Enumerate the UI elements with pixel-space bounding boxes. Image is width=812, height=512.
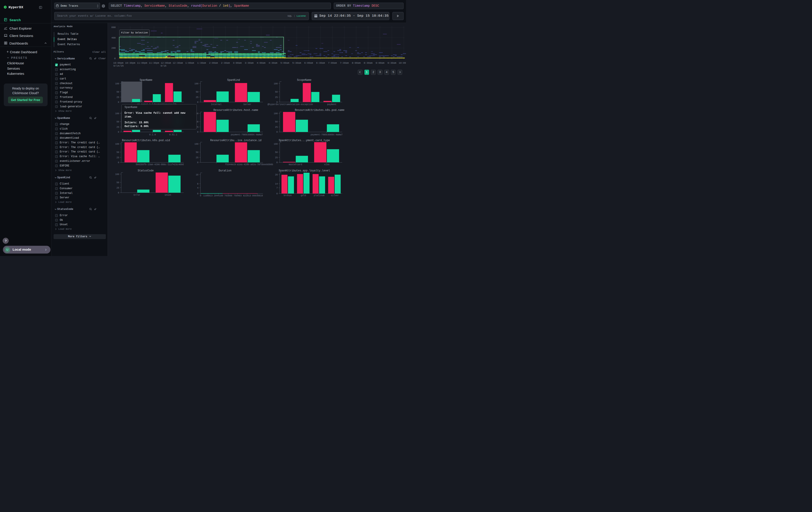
svg-text:5e02b5fb-13ae-4296-bbbc-111f42: 5e02b5fb-13ae-4296-bbbc-111f423c460d [136, 163, 184, 166]
svg-text:0: 0 [277, 193, 278, 195]
svg-text:0: 0 [118, 161, 119, 164]
svg-text:@hyperdx/instrumentation-excep: @hyperdx/instrumentation-exception [268, 103, 313, 106]
svg-text:12:00am: 12:00am [161, 62, 171, 64]
svg-text:50: 50 [275, 91, 278, 93]
svg-text:StatusCode: StatusCode [138, 169, 154, 172]
svg-text:9/14/25: 9/14/25 [113, 64, 124, 67]
svg-text:600: 600 [111, 26, 116, 29]
svg-text:SpanAttributes...yment.card_ty: SpanAttributes...yment.card_type [279, 139, 330, 142]
svg-text:2944180: 2944180 [214, 194, 223, 197]
svg-text:payment-7985c8969c-mwmw7: payment-7985c8969c-mwmw7 [311, 134, 343, 136]
svg-text:mastercard: mastercard [289, 163, 302, 166]
svg-text:1:30am: 1:30am [197, 62, 206, 64]
svg-text:50: 50 [275, 120, 278, 123]
svg-text:50: 50 [196, 151, 198, 154]
svg-text:100: 100 [274, 112, 278, 115]
svg-text:25: 25 [196, 157, 198, 159]
svg-text:100: 100 [115, 112, 119, 115]
svg-text:f5344ec9-a1ea-4290-a62a-78f5be: f5344ec9-a1ea-4290-a62a-78f5bee8d90b [225, 163, 273, 166]
svg-text:Duration: Duration [219, 169, 231, 172]
svg-text:100: 100 [194, 83, 198, 85]
svg-text:ResourceAttribu..ice.instance.: ResourceAttribu..ice.instance.id [210, 139, 261, 142]
svg-text:5:00am: 5:00am [280, 62, 289, 64]
svg-text:0: 0 [197, 193, 198, 195]
svg-text:9:30am: 9:30am [387, 62, 397, 64]
svg-text:0: 0 [197, 131, 198, 133]
svg-text:9/15: 9/15 [161, 64, 166, 67]
svg-text:bronze: bronze [284, 194, 292, 197]
svg-text:10:30pm: 10:30pm [125, 62, 136, 64]
svg-text:100: 100 [274, 83, 278, 85]
svg-text:Unset: Unset [165, 194, 171, 196]
svg-text:platinum: platinum [314, 194, 324, 197]
svg-text:50: 50 [117, 151, 119, 154]
svg-text:0: 0 [118, 192, 119, 194]
svg-text:0.51.1: 0.51.1 [169, 134, 177, 136]
svg-text:gold: gold [300, 194, 306, 197]
svg-text:Error: Error [134, 194, 140, 196]
svg-text:400: 400 [111, 36, 116, 39]
svg-text:9:00am: 9:00am [376, 62, 384, 64]
svg-text:2:00am: 2:00am [209, 62, 218, 64]
svg-text:100: 100 [115, 83, 119, 85]
svg-text:16: 16 [196, 173, 198, 176]
svg-text:100: 100 [115, 143, 119, 145]
svg-text:200: 200 [111, 47, 116, 49]
svg-text:11:00pm: 11:00pm [137, 62, 147, 64]
svg-text:0: 0 [277, 131, 278, 133]
svg-text:1:00am: 1:00am [185, 62, 194, 64]
svg-text:5:30am: 5:30am [292, 62, 301, 64]
svg-text:6:30am: 6:30am [316, 62, 325, 64]
svg-text:10:00am: 10:00am [399, 62, 406, 64]
svg-text:50: 50 [196, 91, 198, 93]
svg-text:11:30pm: 11:30pm [149, 62, 159, 64]
svg-text:ResourceAttributes.host.name: ResourceAttributes.host.name [213, 109, 258, 112]
svg-text:7:30am: 7:30am [340, 62, 349, 64]
svg-text:0.1.0: 0.1.0 [149, 134, 156, 136]
svg-text:payment-7985c8969c-mwmw7: payment-7985c8969c-mwmw7 [231, 134, 263, 136]
svg-text:703098: 703098 [224, 194, 232, 197]
svg-text:2:30am: 2:30am [221, 62, 230, 64]
svg-text:0: 0 [114, 57, 116, 60]
svg-text:14: 14 [275, 183, 278, 185]
svg-text:Server: Server [243, 103, 251, 106]
svg-text:50: 50 [117, 120, 119, 123]
svg-text:payment: payment [327, 103, 337, 106]
svg-text:100: 100 [115, 173, 119, 176]
svg-text:28: 28 [275, 173, 278, 176]
svg-text:0: 0 [197, 101, 198, 104]
svg-text:8:00am: 8:00am [352, 62, 360, 64]
svg-text:8: 8 [197, 183, 198, 185]
svg-text:7: 7 [277, 187, 278, 189]
svg-text:6:00am: 6:00am [304, 62, 313, 64]
svg-text:25: 25 [275, 126, 278, 129]
svg-text:0: 0 [277, 161, 278, 164]
svg-text:ScopeName: ScopeName [297, 79, 312, 82]
svg-text:10:00pm: 10:00pm [113, 62, 124, 64]
svg-text:50: 50 [275, 151, 278, 154]
svg-text:SpanName: SpanName [140, 79, 152, 82]
svg-text:0: 0 [200, 194, 201, 197]
svg-text:4:00am: 4:00am [257, 62, 265, 64]
svg-text:0: 0 [118, 101, 119, 104]
svg-text:25: 25 [117, 187, 119, 189]
svg-text:25: 25 [275, 157, 278, 159]
svg-text:25: 25 [275, 96, 278, 99]
svg-text:822013: 822013 [243, 194, 251, 197]
svg-text:7:00am: 7:00am [328, 62, 337, 64]
svg-text:0: 0 [197, 161, 198, 164]
svg-text:25: 25 [196, 96, 198, 99]
svg-text:25: 25 [117, 96, 119, 99]
svg-text:Internal: Internal [211, 103, 222, 106]
svg-text:ResourceAttributes.k8s.pod.nam: ResourceAttributes.k8s.pod.name [295, 109, 344, 112]
svg-text:50: 50 [117, 91, 119, 93]
svg-text:25: 25 [117, 157, 119, 159]
svg-text:100: 100 [274, 143, 278, 145]
svg-text:99930810: 99930810 [252, 194, 263, 197]
svg-text:50: 50 [117, 182, 119, 184]
svg-text:100: 100 [194, 143, 198, 145]
svg-text:4: 4 [197, 187, 198, 189]
svg-text:silver: silver [331, 194, 339, 197]
svg-text:8:30am: 8:30am [364, 62, 373, 64]
svg-text:0: 0 [118, 131, 119, 133]
